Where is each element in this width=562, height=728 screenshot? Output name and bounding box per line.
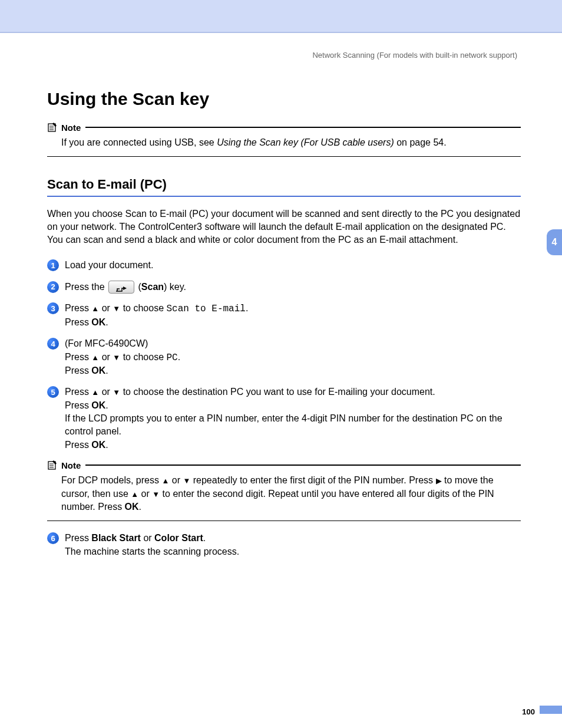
text: . [105, 440, 108, 450]
step-bullet-icon: 6 [47, 532, 59, 544]
ok-label: OK [91, 440, 105, 450]
arrow-up-icon: ▲ [91, 304, 99, 314]
code-text: PC [167, 353, 178, 363]
step-body: (For MFC-6490CW) Press ▲ or ▼ to choose … [65, 337, 521, 377]
text: . [105, 317, 108, 327]
scan-label: Scan [141, 282, 164, 292]
code-text: Scan to E-mail [167, 304, 246, 314]
note-body: For DCP models, press ▲ or ▼ repeatedly … [47, 472, 521, 513]
text: Press [65, 303, 91, 313]
text: or [99, 352, 113, 362]
text: ) key. [164, 282, 186, 292]
text: or [99, 387, 113, 397]
text: Press [65, 440, 91, 450]
scan-key-icon [108, 281, 134, 294]
arrow-up-icon: ▲ [91, 387, 99, 398]
ok-label: OK [91, 400, 105, 410]
step-3: 3 Press ▲ or ▼ to choose Scan to E-mail.… [47, 302, 521, 329]
black-start-label: Black Start [91, 533, 141, 543]
note-label: Note [61, 123, 81, 133]
arrow-down-icon: ▼ [113, 304, 120, 314]
note-title-row: Note [47, 460, 521, 470]
text: Press [65, 317, 91, 327]
text: . [139, 502, 141, 512]
note-rule [85, 127, 521, 128]
note-icon [47, 122, 58, 133]
arrow-down-icon: ▼ [113, 353, 120, 363]
text: If the LCD prompts you to enter a PIN nu… [65, 413, 503, 436]
text: to choose the destination PC you want to… [120, 387, 435, 397]
step-bullet-icon: 5 [47, 386, 59, 398]
text: . [203, 533, 206, 543]
step-bullet-icon: 2 [47, 281, 59, 293]
note-text-italic: Using the Scan key (For USB cable users) [217, 137, 394, 147]
note-text-prefix: If you are connected using USB, see [61, 137, 217, 147]
note-block: Note For DCP models, press ▲ or ▼ repeat… [47, 460, 521, 521]
note-icon [47, 460, 58, 470]
note-body: If you are connected using USB, see Usin… [47, 134, 521, 149]
text: Press the [65, 282, 107, 292]
page: 4 Network Scanning (For models with buil… [0, 32, 562, 728]
text: . [246, 303, 248, 313]
text: Press [65, 387, 91, 397]
content-area: Network Scanning (For models with built-… [0, 33, 562, 558]
step-6: 6 Press Black Start or Color Start. The … [47, 532, 521, 558]
arrow-down-icon: ▼ [113, 387, 120, 398]
text: The machine starts the scanning process. [65, 546, 239, 556]
step-body: Press the (Scan) key. [65, 281, 521, 294]
text: or [141, 533, 154, 543]
arrow-right-icon: ▶ [436, 476, 442, 486]
top-banner [0, 0, 562, 32]
step-1: 1 Load your document. [47, 259, 521, 272]
arrow-down-icon: ▼ [183, 476, 190, 486]
intro-paragraph: When you choose Scan to E-mail (PC) your… [47, 207, 521, 246]
text: to choose [120, 303, 166, 313]
step-body: Press ▲ or ▼ to choose Scan to E-mail. P… [65, 302, 521, 329]
step-body: Press ▲ or ▼ to choose the destination P… [65, 386, 521, 452]
text: Press [65, 352, 91, 362]
step-bullet-icon: 3 [47, 302, 59, 314]
text: . [105, 400, 108, 410]
ok-label: OK [91, 317, 105, 327]
step-bullet-icon: 4 [47, 338, 59, 350]
text: or [99, 303, 113, 313]
text: Press [65, 533, 91, 543]
step-5: 5 Press ▲ or ▼ to choose the destination… [47, 386, 521, 452]
text: repeatedly to enter the first digit of t… [190, 475, 435, 485]
note-rule [85, 465, 521, 466]
text: to choose [120, 352, 166, 362]
steps-list: 1 Load your document. 2 Press the (Scan)… [47, 259, 521, 452]
step-4: 4 (For MFC-6490CW) Press ▲ or ▼ to choos… [47, 337, 521, 377]
step-2: 2 Press the (Scan) key. [47, 281, 521, 294]
text: or [138, 489, 152, 499]
text: . [178, 352, 180, 362]
arrow-down-icon: ▼ [152, 489, 160, 500]
ok-label: OK [91, 365, 105, 375]
running-header: Network Scanning (For models with built-… [47, 51, 521, 60]
text: Press [65, 365, 91, 375]
arrow-up-icon: ▲ [161, 476, 169, 486]
note-label: Note [61, 460, 81, 470]
page-number-tab [540, 706, 562, 714]
note-close-rule [47, 521, 521, 521]
text: . [105, 365, 108, 375]
section-rule [47, 196, 521, 197]
page-number: 100 [522, 707, 535, 716]
section-title: Scan to E-mail (PC) [47, 177, 521, 192]
chapter-tab: 4 [547, 229, 562, 255]
text: or [169, 475, 183, 485]
page-title: Using the Scan key [47, 89, 521, 109]
step-bullet-icon: 1 [47, 259, 59, 271]
color-start-label: Color Start [154, 533, 203, 543]
step-body: Press Black Start or Color Start. The ma… [65, 532, 521, 558]
ok-label: OK [125, 502, 139, 512]
note-title-row: Note [47, 122, 521, 133]
text: (For MFC-6490CW) [65, 338, 148, 348]
step-body: Load your document. [65, 259, 521, 272]
note-block: Note If you are connected using USB, see… [47, 122, 521, 157]
text: For DCP models, press [61, 475, 161, 485]
steps-list-cont: 6 Press Black Start or Color Start. The … [47, 532, 521, 558]
arrow-up-icon: ▲ [131, 489, 138, 500]
note-text-suffix: on page 54. [394, 137, 447, 147]
arrow-up-icon: ▲ [91, 353, 99, 363]
